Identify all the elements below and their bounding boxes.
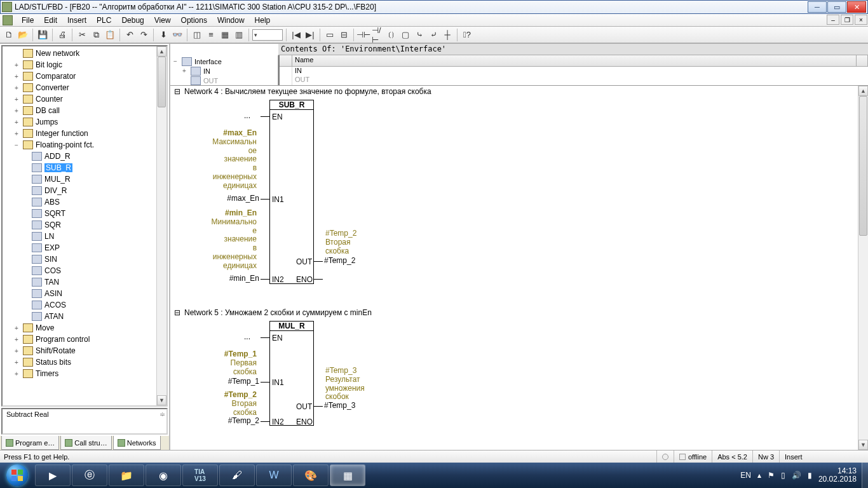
- connection-icon[interactable]: ┼: [441, 29, 454, 41]
- collapse-icon[interactable]: ⊟: [174, 308, 180, 317]
- tree-item[interactable]: ADD_R: [4, 151, 165, 162]
- open-button[interactable]: 📂: [17, 29, 29, 41]
- catalog-icon[interactable]: ▦: [219, 29, 231, 41]
- tray-flag-icon[interactable]: ⚑: [768, 471, 775, 480]
- menu-help[interactable]: Help: [250, 14, 276, 26]
- taskbar-paint[interactable]: 🎨: [293, 464, 329, 486]
- tree-item[interactable]: New network: [4, 48, 165, 59]
- tab-program-elements[interactable]: Program e…: [1, 436, 59, 450]
- tray-lang[interactable]: EN: [740, 471, 751, 480]
- tree-item[interactable]: +Status bits: [4, 356, 165, 368]
- tree-scrollbar[interactable]: ▲▼: [156, 46, 166, 405]
- tree-item[interactable]: +Counter: [4, 93, 165, 105]
- tree-item[interactable]: +Jumps: [4, 116, 165, 128]
- menu-file[interactable]: File: [17, 14, 39, 26]
- reference-icon[interactable]: ▥: [233, 29, 245, 41]
- tree-item[interactable]: +Integer function: [4, 128, 165, 139]
- network-editor[interactable]: ⊟Network 4 : Вычисляем текущее значение …: [170, 86, 868, 450]
- context-help-icon[interactable]: 𖡄?: [461, 29, 473, 41]
- insert-branch-icon[interactable]: ⊟: [337, 29, 350, 41]
- undo-button[interactable]: ↶: [123, 29, 136, 41]
- tree-item[interactable]: COS: [4, 265, 165, 276]
- contact-no-icon[interactable]: ⊣⊢: [357, 29, 370, 41]
- tree-item[interactable]: SQRT: [4, 208, 165, 219]
- tree-item[interactable]: +Move: [4, 322, 165, 334]
- minimize-button[interactable]: ─: [808, 1, 827, 13]
- tree-item[interactable]: ATAN: [4, 311, 165, 322]
- tree-item[interactable]: +Program control: [4, 334, 165, 345]
- tree-item[interactable]: +Bit logic: [4, 59, 165, 71]
- taskbar-app1[interactable]: 🖌: [219, 464, 255, 486]
- tree-item[interactable]: ASIN: [4, 288, 165, 299]
- goto-next-icon[interactable]: ▶|: [304, 29, 316, 41]
- mdi-restore-button[interactable]: ❐: [841, 15, 853, 25]
- tree-item[interactable]: DIV_R: [4, 185, 165, 196]
- menu-insert[interactable]: Insert: [62, 14, 92, 26]
- tree-item[interactable]: +DB call: [4, 105, 165, 116]
- desc-updown-icon[interactable]: ≑: [159, 410, 165, 419]
- language-combo[interactable]: [252, 29, 283, 41]
- download-button[interactable]: ⬇: [157, 29, 170, 41]
- new-button[interactable]: 🗋: [3, 29, 15, 41]
- new-network-icon[interactable]: ▭: [323, 29, 336, 41]
- tray-network-icon[interactable]: ▮: [808, 471, 812, 480]
- menu-debug[interactable]: Debug: [116, 14, 149, 26]
- tray-chevron-icon[interactable]: ▴: [757, 471, 761, 480]
- tree-item[interactable]: EXP: [4, 242, 165, 254]
- tree-item[interactable]: +Timers: [4, 368, 165, 379]
- tree-item[interactable]: +Shift/Rotate: [4, 345, 165, 356]
- menu-plc[interactable]: PLC: [92, 14, 116, 26]
- tree-item[interactable]: ABS: [4, 196, 165, 208]
- tree-item[interactable]: −Floating-point fct.: [4, 139, 165, 151]
- maximize-button[interactable]: ▭: [827, 1, 846, 13]
- taskbar-lad-editor[interactable]: ▦: [330, 464, 365, 486]
- open-branch-icon[interactable]: ⤷: [413, 29, 426, 41]
- menu-window[interactable]: Window: [212, 14, 250, 26]
- interface-grid[interactable]: Name IN OUT: [278, 55, 868, 85]
- taskbar-media-player[interactable]: ▶: [35, 464, 71, 486]
- start-button[interactable]: [0, 463, 34, 488]
- tree-item[interactable]: +Comparator: [4, 71, 165, 82]
- taskbar-tia[interactable]: TIAV13: [182, 464, 218, 486]
- mdi-system-icon[interactable]: [3, 15, 13, 25]
- taskbar-chrome[interactable]: ◉: [146, 464, 181, 486]
- taskbar-ie[interactable]: ⓔ: [72, 464, 107, 486]
- mdi-close-button[interactable]: ×: [855, 15, 867, 25]
- tab-call-structure[interactable]: Call stru…: [60, 436, 111, 450]
- tree-item[interactable]: +Converter: [4, 82, 165, 93]
- menu-options[interactable]: Options: [176, 14, 212, 26]
- box-icon[interactable]: ▢: [399, 29, 412, 41]
- menu-edit[interactable]: Edit: [39, 14, 62, 26]
- instruction-tree[interactable]: New network+Bit logic+Comparator+Convert…: [1, 45, 168, 407]
- close-branch-icon[interactable]: ⤶: [427, 29, 440, 41]
- close-button[interactable]: ✕: [847, 1, 866, 13]
- symbols-icon[interactable]: ≡: [205, 29, 217, 41]
- tray-battery-icon[interactable]: ▯: [781, 471, 785, 480]
- monitor-button[interactable]: 👓: [171, 29, 184, 41]
- tree-item[interactable]: LN: [4, 231, 165, 242]
- mdi-minimize-button[interactable]: –: [827, 15, 839, 25]
- cut-button[interactable]: ✂: [76, 29, 88, 41]
- collapse-icon[interactable]: ⊟: [174, 87, 180, 96]
- paste-button[interactable]: 📋: [104, 29, 116, 41]
- interface-tree[interactable]: −Interface +IN OUT: [170, 55, 278, 85]
- copy-button[interactable]: ⧉: [90, 29, 102, 41]
- redo-button[interactable]: ↷: [137, 29, 150, 41]
- goto-prev-icon[interactable]: |◀: [290, 29, 302, 41]
- editor-scrollbar[interactable]: ▲▼: [858, 86, 868, 450]
- coil-icon[interactable]: ⟮⟯: [385, 29, 398, 41]
- menu-view[interactable]: View: [149, 14, 176, 26]
- tree-item[interactable]: SQR: [4, 219, 165, 231]
- block-icon[interactable]: ◫: [191, 29, 203, 41]
- tree-item[interactable]: TAN: [4, 276, 165, 288]
- tray-clock[interactable]: 14:1320.02.2018: [818, 467, 857, 484]
- tab-networks[interactable]: Networks: [113, 436, 161, 450]
- tree-item[interactable]: ACOS: [4, 299, 165, 311]
- taskbar-explorer[interactable]: 📁: [109, 464, 144, 486]
- show-desktop-button[interactable]: [862, 463, 868, 488]
- tree-item[interactable]: MUL_R: [4, 173, 165, 185]
- save-button[interactable]: 💾: [36, 29, 49, 41]
- tree-item[interactable]: SIN: [4, 254, 165, 265]
- tray-volume-icon[interactable]: 🔊: [792, 471, 801, 480]
- tree-item[interactable]: SUB_R: [4, 162, 165, 173]
